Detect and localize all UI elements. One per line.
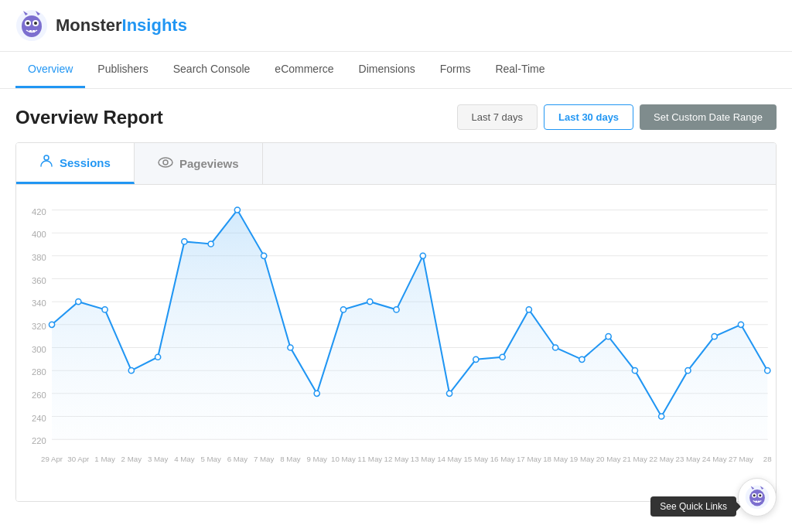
main-content: Overview Report Last 7 days Last 30 days…	[0, 89, 792, 517]
svg-point-4	[26, 22, 29, 25]
svg-text:420: 420	[32, 207, 46, 217]
chart-area: 420 400 380 360 340 320 300 280 260 240 …	[16, 185, 776, 501]
sessions-label: Sessions	[60, 156, 111, 169]
svg-point-58	[632, 368, 637, 373]
svg-point-61	[712, 334, 717, 339]
svg-point-56	[579, 356, 585, 362]
monster-quick-links-button[interactable]	[738, 478, 777, 517]
main-nav: Overview Publishers Search Console eComm…	[0, 52, 792, 89]
monster-logo-icon	[15, 9, 48, 42]
svg-text:10 May: 10 May	[331, 455, 356, 463]
svg-point-63	[765, 368, 770, 373]
tab-pageviews[interactable]: Pageviews	[135, 143, 263, 184]
svg-text:27 May: 27 May	[729, 455, 753, 463]
svg-text:260: 260	[32, 390, 46, 400]
logo: MonsterInsights	[15, 9, 187, 42]
svg-text:5 May: 5 May	[200, 455, 221, 463]
svg-point-10	[44, 155, 49, 160]
last-30-days-button[interactable]: Last 30 days	[544, 104, 633, 130]
svg-text:220: 220	[32, 436, 46, 445]
svg-point-54	[526, 307, 531, 312]
svg-point-60	[685, 368, 691, 373]
svg-point-50	[420, 253, 425, 258]
svg-text:380: 380	[32, 253, 46, 262]
svg-text:4 May: 4 May	[174, 455, 195, 463]
svg-point-1	[22, 15, 42, 37]
svg-point-40	[155, 354, 161, 360]
svg-point-46	[314, 390, 319, 396]
nav-item-overview[interactable]: Overview	[15, 52, 85, 88]
svg-point-41	[182, 239, 187, 244]
tab-sessions[interactable]: Sessions	[16, 143, 135, 184]
svg-text:8 May: 8 May	[280, 455, 301, 463]
svg-text:3 May: 3 May	[148, 455, 169, 463]
svg-text:360: 360	[32, 276, 46, 285]
svg-text:300: 300	[32, 345, 46, 354]
svg-point-57	[606, 334, 611, 339]
svg-point-5	[34, 22, 37, 25]
nav-item-dimensions[interactable]: Dimensions	[346, 52, 428, 88]
svg-text:17 May: 17 May	[517, 455, 541, 463]
svg-point-97	[759, 494, 761, 496]
svg-point-53	[500, 354, 505, 360]
svg-point-51	[446, 390, 452, 396]
svg-text:11 May: 11 May	[357, 455, 382, 463]
svg-text:340: 340	[32, 298, 46, 308]
svg-text:7 May: 7 May	[254, 455, 275, 463]
svg-text:28: 28	[763, 455, 772, 463]
last-7-days-button[interactable]: Last 7 days	[457, 104, 538, 130]
svg-point-42	[208, 241, 213, 247]
logo-text: MonsterInsights	[56, 15, 187, 36]
svg-text:280: 280	[32, 367, 46, 377]
svg-point-39	[128, 368, 134, 373]
monster-button-icon	[745, 485, 770, 510]
svg-text:14 May: 14 May	[437, 455, 462, 463]
svg-point-49	[394, 307, 399, 312]
svg-point-62	[738, 322, 743, 327]
custom-date-range-button[interactable]: Set Custom Date Range	[640, 104, 777, 130]
svg-rect-100	[756, 501, 757, 503]
svg-text:23 May: 23 May	[676, 455, 701, 463]
svg-text:1 May: 1 May	[94, 455, 115, 463]
svg-rect-101	[758, 501, 760, 503]
svg-text:22 May: 22 May	[649, 455, 674, 463]
svg-text:320: 320	[32, 322, 46, 331]
svg-point-44	[261, 253, 267, 258]
svg-point-37	[76, 299, 81, 305]
svg-text:6 May: 6 May	[227, 455, 248, 463]
svg-point-47	[340, 307, 346, 312]
pageviews-icon	[158, 155, 173, 172]
pageviews-label: Pageviews	[179, 157, 239, 170]
svg-rect-9	[32, 30, 35, 32]
chart-container: Sessions Pageviews 420 400 380	[15, 142, 777, 502]
report-title: Overview Report	[15, 107, 163, 128]
svg-text:21 May: 21 May	[623, 455, 647, 463]
svg-text:20 May: 20 May	[596, 455, 621, 463]
report-header: Overview Report Last 7 days Last 30 days…	[15, 104, 777, 130]
svg-text:15 May: 15 May	[463, 455, 488, 463]
svg-text:400: 400	[32, 230, 46, 239]
nav-item-ecommerce[interactable]: eCommerce	[262, 52, 346, 88]
svg-point-93	[749, 489, 765, 506]
nav-item-publishers[interactable]: Publishers	[85, 52, 160, 88]
nav-item-search-console[interactable]: Search Console	[161, 52, 263, 88]
svg-point-36	[49, 322, 54, 327]
nav-item-realtime[interactable]: Real-Time	[483, 52, 557, 88]
svg-text:24 May: 24 May	[702, 455, 727, 463]
svg-text:30 Apr: 30 Apr	[67, 455, 90, 463]
svg-text:13 May: 13 May	[411, 455, 435, 463]
nav-item-forms[interactable]: Forms	[428, 52, 483, 88]
svg-point-96	[753, 494, 756, 496]
svg-text:18 May: 18 May	[543, 455, 568, 463]
svg-text:12 May: 12 May	[384, 455, 409, 463]
app-header: MonsterInsights	[0, 0, 792, 52]
svg-point-45	[288, 345, 293, 350]
svg-text:29 Apr: 29 Apr	[41, 455, 63, 463]
svg-point-59	[659, 414, 664, 419]
svg-point-11	[159, 158, 172, 167]
svg-text:240: 240	[32, 414, 46, 423]
svg-text:2 May: 2 May	[121, 455, 142, 463]
chart-tabs: Sessions Pageviews	[16, 143, 776, 185]
sessions-chart: 420 400 380 360 340 320 300 280 260 240 …	[16, 193, 776, 493]
svg-text:9 May: 9 May	[306, 455, 327, 463]
